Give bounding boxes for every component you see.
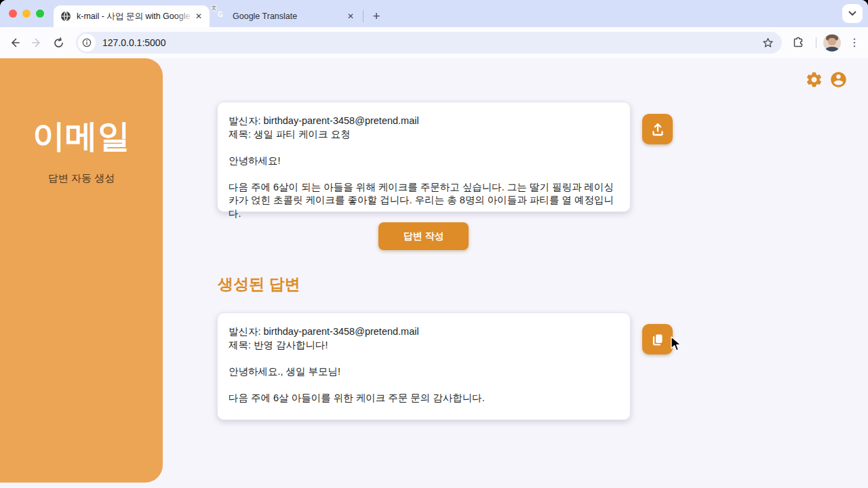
star-icon (762, 37, 774, 49)
tab-strip: k-mail - 사업 문의 with Google ✕ G文 Google T… (0, 0, 868, 27)
web-page: 이메일 답변 자동 생성 발신자: birthday-parent-3458@p… (0, 58, 868, 488)
info-icon (82, 38, 92, 47)
reload-icon (53, 37, 64, 49)
app-title: 이메일 (0, 117, 163, 156)
upload-icon (650, 121, 666, 138)
chevron-down-icon (848, 11, 856, 16)
email-body: 안녕하세요! 다음 주에 6살이 되는 아들을 위해 케이크를 주문하고 싶습니… (229, 155, 619, 221)
site-info-button[interactable] (78, 34, 96, 52)
minimize-window-button[interactable] (22, 9, 31, 18)
email-subject: 제목: 반영 감사합니다! (229, 339, 619, 352)
upload-button[interactable] (642, 114, 673, 144)
forward-button[interactable] (26, 32, 47, 54)
tab-search-button[interactable] (842, 4, 863, 23)
email-sender: 발신자: birthday-parent-3458@pretend.mail (229, 325, 619, 339)
profile-avatar[interactable] (823, 34, 841, 52)
back-button[interactable] (4, 32, 26, 54)
tab-title: Google Translate (233, 12, 345, 21)
browser-toolbar: 127.0.0.1:5000 ⋮ (0, 27, 868, 58)
toolbar-separator (816, 37, 816, 48)
tab-kmail[interactable]: k-mail - 사업 문의 with Google ✕ (54, 5, 210, 27)
address-bar[interactable]: 127.0.0.1:5000 (76, 32, 782, 54)
url-text: 127.0.0.1:5000 (102, 37, 762, 48)
tab-google-translate[interactable]: G文 Google Translate ✕ (210, 5, 361, 27)
incoming-email-card: 발신자: birthday-parent-3458@pretend.mail 제… (217, 102, 631, 212)
close-window-button[interactable] (9, 9, 17, 18)
close-tab-icon[interactable]: ✕ (193, 11, 204, 22)
tab-divider (363, 10, 363, 22)
email-sender: 발신자: birthday-parent-3458@pretend.mail (229, 115, 619, 128)
kebab-menu-icon: ⋮ (849, 37, 860, 48)
puzzle-icon (792, 37, 804, 49)
bookmark-button[interactable] (762, 37, 774, 49)
extensions-button[interactable] (787, 32, 809, 54)
reload-button[interactable] (47, 32, 69, 54)
email-subject: 제목: 생일 파티 케이크 요청 (229, 128, 619, 142)
settings-button[interactable] (805, 70, 823, 92)
account-circle-icon (829, 70, 848, 89)
copy-icon (650, 331, 666, 348)
toolbar-actions: ⋮ (787, 32, 861, 54)
generated-reply-heading: 생성된 답변 (218, 274, 300, 295)
zoom-window-button[interactable] (36, 9, 44, 18)
page-header-icons (805, 70, 848, 92)
globe-icon (60, 11, 71, 22)
browser-menu-button[interactable]: ⋮ (848, 32, 861, 54)
copy-button[interactable] (642, 324, 673, 354)
compose-reply-button[interactable]: 답변 작성 (378, 222, 469, 250)
app-subtitle: 답변 자동 생성 (0, 172, 163, 185)
email-body: 안녕하세요., 생일 부모님! 다음 주에 6살 아들이를 위한 케이크 주문 … (229, 365, 619, 421)
back-arrow-icon (9, 37, 21, 49)
gear-icon (805, 70, 823, 89)
forward-arrow-icon (31, 37, 43, 49)
browser-window: k-mail - 사업 문의 with Google ✕ G文 Google T… (0, 0, 868, 488)
close-tab-icon[interactable]: ✕ (345, 11, 356, 22)
account-button[interactable] (829, 70, 848, 92)
tab-title: k-mail - 사업 문의 with Google (77, 11, 193, 22)
google-translate-icon: G文 (216, 11, 227, 22)
generated-reply-card: 발신자: birthday-parent-3458@pretend.mail 제… (217, 312, 631, 420)
window-controls (0, 9, 54, 18)
new-tab-button[interactable]: + (368, 7, 385, 25)
sidebar: 이메일 답변 자동 생성 (0, 58, 163, 483)
